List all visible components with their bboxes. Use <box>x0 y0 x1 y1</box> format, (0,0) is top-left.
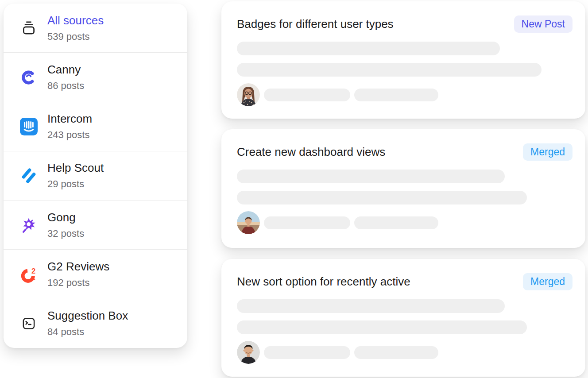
source-label: G2 Reviews <box>47 260 109 273</box>
status-badge: New Post <box>514 15 573 33</box>
body-placeholder-line <box>237 320 527 334</box>
post-card[interactable]: New sort option for recently active Merg… <box>221 259 585 377</box>
suggestion-box-icon <box>20 315 38 332</box>
body-placeholder-line <box>237 42 500 55</box>
author-placeholder-bar <box>354 89 438 101</box>
sidebar-item-all-sources[interactable]: All sources 539 posts <box>4 4 187 52</box>
help-scout-icon <box>20 167 38 185</box>
svg-text:2: 2 <box>31 267 35 275</box>
source-post-count: 32 posts <box>47 228 84 239</box>
source-post-count: 192 posts <box>47 277 109 289</box>
source-post-count: 86 posts <box>47 80 84 92</box>
sidebar-item-canny[interactable]: Canny 86 posts <box>4 52 187 101</box>
source-post-count: 29 posts <box>47 178 104 190</box>
status-badge: Merged <box>523 143 573 161</box>
source-label: All sources <box>47 14 104 27</box>
author-placeholder-bar <box>264 346 350 359</box>
source-label: Intercom <box>47 112 92 125</box>
source-post-count: 84 posts <box>47 326 128 338</box>
source-label: Canny <box>47 63 84 76</box>
status-badge: Merged <box>523 273 573 290</box>
post-title: New sort option for recently active <box>237 273 410 290</box>
sidebar-item-help-scout[interactable]: Help Scout 29 posts <box>4 151 187 200</box>
all-sources-icon <box>20 19 38 37</box>
post-title: Badges for different user types <box>237 15 394 32</box>
source-post-count: 539 posts <box>47 31 104 42</box>
post-title: Create new dashboard views <box>237 143 385 160</box>
post-card[interactable]: Create new dashboard views Merged <box>221 129 585 248</box>
avatar <box>237 211 260 234</box>
gong-icon <box>20 216 38 234</box>
source-label: Gong <box>47 211 84 224</box>
body-placeholder-line <box>237 191 527 204</box>
author-placeholder-bar <box>264 216 350 229</box>
sidebar-item-gong[interactable]: Gong 32 posts <box>4 200 187 249</box>
g2-reviews-icon: 2 <box>20 266 38 283</box>
avatar <box>237 83 260 106</box>
sidebar-item-intercom[interactable]: Intercom 243 posts <box>4 102 187 151</box>
intercom-icon <box>20 118 38 135</box>
canny-icon <box>20 68 38 86</box>
avatar <box>237 341 260 364</box>
source-post-count: 243 posts <box>47 129 92 141</box>
sidebar-item-suggestion-box[interactable]: Suggestion Box 84 posts <box>4 299 187 348</box>
sidebar-item-g2-reviews[interactable]: 2 G2 Reviews 192 posts <box>4 249 187 298</box>
source-label: Help Scout <box>47 161 104 174</box>
source-label: Suggestion Box <box>47 309 128 322</box>
body-placeholder-line <box>237 299 505 313</box>
author-placeholder-bar <box>354 216 438 229</box>
body-placeholder-line <box>237 170 505 183</box>
body-placeholder-line <box>237 63 542 77</box>
post-card[interactable]: Badges for different user types New Post <box>221 1 585 119</box>
sources-panel: All sources 539 posts Canny 86 posts <box>4 4 187 348</box>
author-placeholder-bar <box>264 89 350 101</box>
author-placeholder-bar <box>354 346 438 359</box>
